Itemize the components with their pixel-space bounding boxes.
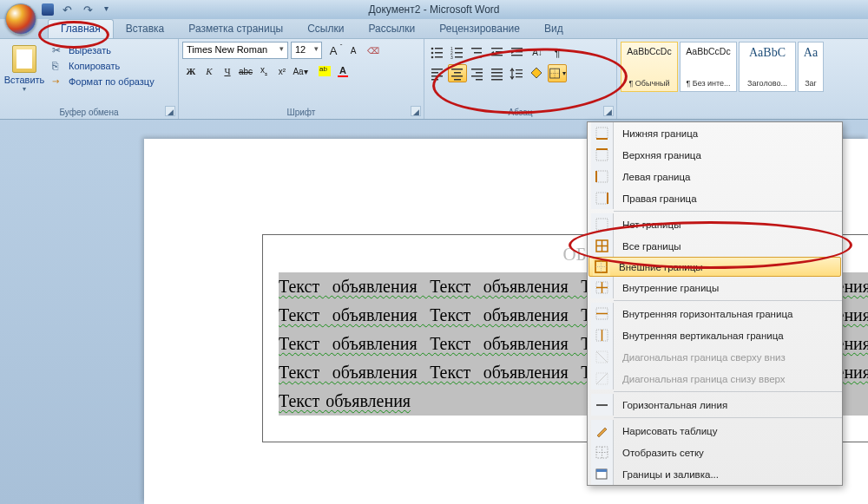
tab-review[interactable]: Рецензирование xyxy=(427,20,532,38)
menu-inside-vertical-border[interactable]: Внутренняя вертикальная граница xyxy=(588,324,842,346)
svg-rect-1 xyxy=(435,48,443,49)
shrink-font-button[interactable]: A xyxy=(345,42,362,59)
menu-inside-borders[interactable]: Внутренние границы xyxy=(588,277,842,298)
align-right-button[interactable] xyxy=(468,64,487,82)
svg-rect-49 xyxy=(596,193,608,204)
svg-rect-29 xyxy=(471,69,483,70)
menu-view-gridlines[interactable]: Отобразить сетку xyxy=(588,442,842,463)
tab-view[interactable]: Вид xyxy=(532,20,575,38)
svg-rect-17 xyxy=(491,55,503,56)
style-no-spacing[interactable]: AaBbCcDc ¶ Без инте... xyxy=(680,42,737,92)
font-size-combo[interactable]: 12 xyxy=(291,42,322,59)
menu-horizontal-line[interactable]: Горизонтальная линия xyxy=(588,394,842,416)
align-left-button[interactable] xyxy=(428,64,447,82)
svg-rect-11 xyxy=(455,56,463,58)
svg-rect-18 xyxy=(511,48,523,49)
svg-rect-24 xyxy=(431,79,438,81)
group-label-clipboard: Буфер обмена xyxy=(3,106,174,118)
qat-customize-icon[interactable]: ▾ xyxy=(104,3,116,16)
superscript-button[interactable]: x² xyxy=(273,62,291,80)
menu-left-border[interactable]: Левая граница xyxy=(588,166,842,187)
change-case-button[interactable]: Aa▾ xyxy=(292,62,309,80)
svg-point-0 xyxy=(431,47,434,49)
tab-references[interactable]: Ссылки xyxy=(295,20,356,38)
underline-button[interactable]: Ч xyxy=(219,62,236,80)
justify-button[interactable] xyxy=(488,64,507,82)
svg-rect-5 xyxy=(435,56,443,58)
copy-button[interactable]: Копировать xyxy=(49,59,158,73)
menu-bottom-border[interactable]: Нижняя граница xyxy=(588,122,842,144)
dialog-launcher-font[interactable]: ◢ xyxy=(411,106,421,116)
svg-rect-15 xyxy=(491,48,503,49)
menu-diagonal-down-border: Диагональная граница сверху вниз xyxy=(588,346,842,368)
svg-line-68 xyxy=(596,373,608,384)
menu-draw-table[interactable]: Нарисовать таблицу xyxy=(588,420,842,442)
format-painter-button[interactable]: Формат по образцу xyxy=(49,75,158,88)
group-font: Times New Roman 12 Aˇ A ⌫ Ж К Ч abc x₂ x… xyxy=(179,39,424,119)
save-icon[interactable] xyxy=(42,3,54,16)
svg-point-4 xyxy=(431,56,434,58)
svg-line-66 xyxy=(596,351,608,363)
svg-rect-35 xyxy=(491,75,503,77)
align-center-button[interactable] xyxy=(448,64,467,82)
italic-button[interactable]: К xyxy=(201,62,218,80)
redo-icon[interactable]: ↷ xyxy=(83,3,95,16)
decrease-indent-button[interactable] xyxy=(488,43,507,62)
shading-button[interactable] xyxy=(528,64,547,82)
menu-outside-borders[interactable]: Внешние границы xyxy=(589,257,841,277)
highlight-button[interactable] xyxy=(316,62,333,80)
bold-button[interactable]: Ж xyxy=(182,62,200,80)
borders-dropdown-menu: Нижняя граница Верхняя граница Левая гра… xyxy=(587,121,843,486)
svg-rect-27 xyxy=(451,75,463,77)
svg-rect-33 xyxy=(491,69,503,70)
svg-rect-21 xyxy=(431,69,443,70)
svg-rect-39 xyxy=(516,76,523,77)
style-heading1[interactable]: AaBbC Заголово... xyxy=(739,42,796,92)
style-normal[interactable]: AaBbCcDc ¶ Обычный xyxy=(621,42,678,92)
menu-no-border[interactable]: Нет границы xyxy=(588,213,842,235)
svg-rect-31 xyxy=(471,75,483,77)
grow-font-button[interactable]: Aˇ xyxy=(325,42,342,59)
svg-rect-13 xyxy=(474,52,482,54)
tab-mailings[interactable]: Рассылки xyxy=(356,20,427,38)
menu-diagonal-up-border: Диагональная граница снизу вверх xyxy=(588,368,842,389)
office-button[interactable] xyxy=(5,3,36,35)
brush-icon xyxy=(52,75,64,88)
line-spacing-button[interactable] xyxy=(508,64,527,82)
font-name-combo[interactable]: Times New Roman xyxy=(182,42,288,59)
style-heading2[interactable]: Aa Заг xyxy=(798,42,824,92)
group-clipboard: Вставить ▾ Вырезать Копировать Формат по… xyxy=(0,39,179,119)
group-paragraph: 123 A↓ ¶ ▾ Абзац ◢ xyxy=(424,39,617,119)
menu-inside-horizontal-border[interactable]: Внутренняя горизонтальная граница xyxy=(588,303,842,324)
increase-indent-button[interactable] xyxy=(508,43,527,62)
subscript-button[interactable]: x₂ xyxy=(255,62,273,80)
show-hide-button[interactable]: ¶ xyxy=(548,43,567,62)
svg-rect-30 xyxy=(476,72,483,74)
menu-all-borders[interactable]: Все границы xyxy=(588,235,842,257)
svg-rect-19 xyxy=(516,51,523,52)
borders-button[interactable]: ▾ xyxy=(548,64,567,82)
strikethrough-button[interactable]: abc xyxy=(237,62,254,80)
svg-point-2 xyxy=(431,51,434,54)
svg-rect-7 xyxy=(455,48,463,49)
paste-button[interactable]: Вставить ▾ xyxy=(3,42,45,93)
font-color-button[interactable]: A xyxy=(334,62,352,80)
multilevel-list-button[interactable] xyxy=(468,43,487,62)
dialog-launcher-clipboard[interactable]: ◢ xyxy=(165,106,175,116)
clear-formatting-button[interactable]: ⌫ xyxy=(365,42,382,59)
menu-right-border[interactable]: Правая граница xyxy=(588,187,842,209)
tab-page-layout[interactable]: Разметка страницы xyxy=(176,20,295,38)
svg-rect-26 xyxy=(454,72,461,74)
menu-top-border[interactable]: Верхняя граница xyxy=(588,144,842,166)
svg-rect-12 xyxy=(471,48,482,49)
numbering-button[interactable]: 123 xyxy=(448,43,467,62)
menu-borders-and-shading[interactable]: Границы и заливка... xyxy=(588,463,842,485)
undo-icon[interactable]: ↶ xyxy=(62,3,75,16)
dialog-launcher-paragraph[interactable]: ◢ xyxy=(603,106,614,116)
sort-button[interactable]: A↓ xyxy=(528,43,547,62)
tab-home[interactable]: Главная xyxy=(48,19,114,38)
cut-button[interactable]: Вырезать xyxy=(49,43,158,57)
bullets-button[interactable] xyxy=(428,43,447,62)
tab-insert[interactable]: Вставка xyxy=(114,20,177,38)
svg-rect-25 xyxy=(451,69,463,70)
